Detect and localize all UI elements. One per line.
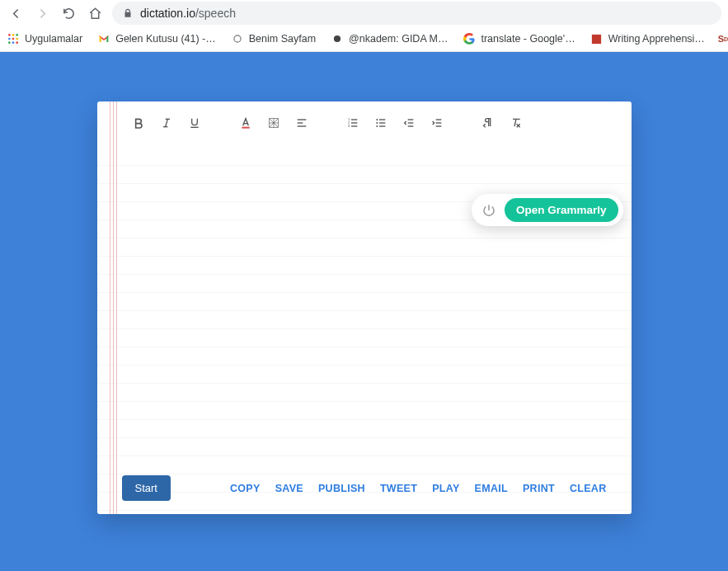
svg-point-8 xyxy=(16,41,18,44)
bookmark-nkadem[interactable]: @nkadem: GIDA M… xyxy=(331,32,448,45)
svg-point-1 xyxy=(12,34,15,36)
margin-line xyxy=(113,101,114,514)
bookmark-sd[interactable]: SD W xyxy=(716,32,728,45)
tweet-link[interactable]: TWEET xyxy=(380,483,417,494)
svg-point-0 xyxy=(8,34,11,36)
underline-button[interactable] xyxy=(186,115,203,131)
text-color-button[interactable] xyxy=(237,115,254,131)
unordered-list-button[interactable] xyxy=(373,115,389,131)
bookmarks-bar: Uygulamalar Gelen Kutusu (41) -… Benim S… xyxy=(0,26,728,52)
svg-point-9 xyxy=(234,35,241,42)
action-links: COPY SAVE PUBLISH TWEET PLAY EMAIL PRINT… xyxy=(230,483,607,494)
format-toolbar: 123 xyxy=(130,115,615,131)
editor-card: 123 Open Grammarly Start COPY SAVE PUBLI… xyxy=(97,101,632,514)
svg-rect-11 xyxy=(592,34,601,43)
red-square-icon xyxy=(590,32,604,45)
svg-point-6 xyxy=(8,41,11,44)
url-text: dictation.io/speech xyxy=(140,7,236,20)
svg-line-14 xyxy=(165,119,167,126)
address-bar[interactable]: dictation.io/speech xyxy=(112,2,721,25)
svg-point-2 xyxy=(16,34,18,36)
grammarly-widget: Open Grammarly xyxy=(472,194,623,226)
play-link[interactable]: PLAY xyxy=(432,483,459,494)
start-button[interactable]: Start xyxy=(122,475,171,501)
svg-point-5 xyxy=(16,38,18,40)
bookmark-label: @nkadem: GIDA M… xyxy=(349,33,448,45)
margin-line xyxy=(116,101,117,514)
svg-point-7 xyxy=(12,41,15,44)
svg-point-10 xyxy=(334,35,341,42)
lock-icon xyxy=(122,7,134,19)
save-link[interactable]: SAVE xyxy=(275,483,303,494)
reload-button[interactable] xyxy=(59,4,77,22)
sd-icon: SD xyxy=(716,32,728,45)
apps-icon xyxy=(7,32,20,45)
svg-point-31 xyxy=(376,119,378,120)
bookmark-label: Uygulamalar xyxy=(25,33,82,45)
svg-point-4 xyxy=(12,38,15,40)
italic-button[interactable] xyxy=(158,115,175,131)
bookmark-label: Gelen Kutusu (41) -… xyxy=(115,33,216,45)
page-background: 123 Open Grammarly Start COPY SAVE PUBLI… xyxy=(0,52,728,571)
bookmark-label: Writing Apprehensi… xyxy=(608,33,705,45)
svg-point-32 xyxy=(376,122,378,124)
bookmark-writing-apprehension[interactable]: Writing Apprehensi… xyxy=(590,32,705,45)
home-button[interactable] xyxy=(86,4,104,22)
bookmark-apps[interactable]: Uygulamalar xyxy=(7,32,82,45)
bold-button[interactable] xyxy=(130,115,147,131)
bookmark-label: Benim Sayfam xyxy=(249,33,316,45)
clear-link[interactable]: CLEAR xyxy=(570,483,607,494)
svg-text:3: 3 xyxy=(348,124,350,128)
bookmark-gmail[interactable]: Gelen Kutusu (41) -… xyxy=(97,32,216,45)
svg-point-33 xyxy=(376,125,378,127)
google-g-icon xyxy=(463,32,476,45)
copy-link[interactable]: COPY xyxy=(230,483,261,494)
gmail-icon xyxy=(97,32,110,45)
clear-formatting-button[interactable] xyxy=(508,115,524,131)
align-button[interactable] xyxy=(294,115,310,131)
open-grammarly-button[interactable]: Open Grammarly xyxy=(505,198,618,222)
ordered-list-button[interactable]: 123 xyxy=(345,115,361,131)
bookmark-benim-sayfam[interactable]: Benim Sayfam xyxy=(231,32,316,45)
indent-button[interactable] xyxy=(429,115,445,131)
bookmark-label: translate - Google'… xyxy=(481,33,575,45)
print-link[interactable]: PRINT xyxy=(523,483,555,494)
bottom-bar: Start COPY SAVE PUBLISH TWEET PLAY EMAIL… xyxy=(122,475,607,501)
outdent-button[interactable] xyxy=(401,115,417,131)
email-link[interactable]: EMAIL xyxy=(475,483,508,494)
rtl-button[interactable] xyxy=(480,115,496,131)
publish-link[interactable]: PUBLISH xyxy=(318,483,365,494)
margin-line xyxy=(110,101,110,514)
dot-dark-icon xyxy=(331,32,344,45)
svg-rect-17 xyxy=(242,127,249,129)
power-icon[interactable] xyxy=(481,203,496,218)
back-button[interactable] xyxy=(7,4,25,22)
dot-icon xyxy=(231,32,244,45)
forward-button[interactable] xyxy=(33,4,51,22)
highlight-button[interactable] xyxy=(265,115,282,131)
svg-point-3 xyxy=(8,38,11,40)
browser-nav: dictation.io/speech xyxy=(0,0,728,26)
bookmark-translate[interactable]: translate - Google'… xyxy=(463,32,575,45)
